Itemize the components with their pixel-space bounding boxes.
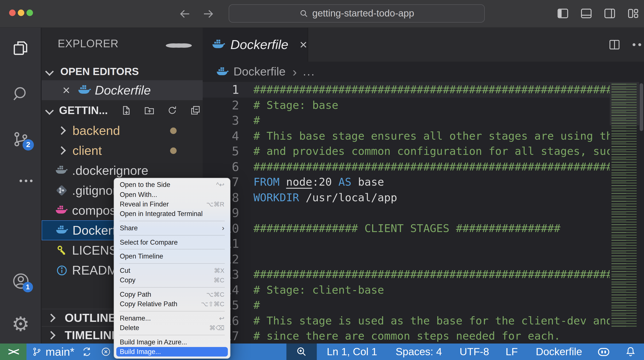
- menu-item-reveal-in-finder[interactable]: Reveal in Finder⌥⌘R: [114, 200, 230, 209]
- code-line[interactable]: 5# and provides common configuration for…: [203, 144, 610, 159]
- menu-separator: [119, 235, 225, 235]
- minimap[interactable]: [610, 82, 639, 344]
- menu-item-copy-relative-path[interactable]: Copy Relative Path⌥⇧⌘C: [114, 299, 230, 309]
- code-line[interactable]: 8WORKDIR /usr/local/app: [203, 190, 610, 205]
- chevron-down-icon: [45, 106, 54, 115]
- title-bar: getting-started-todo-app: [0, 0, 644, 28]
- code-line[interactable]: 15#: [203, 298, 610, 313]
- tree-item-dockerignore[interactable]: .dockerignore: [42, 160, 203, 180]
- code-line[interactable]: 16# This stage is used as the base for t…: [203, 313, 610, 328]
- customize-layout-button[interactable]: [626, 6, 640, 20]
- menu-item-build-image-in-azure[interactable]: Build Image in Azure...: [114, 337, 230, 347]
- toggle-secondary-sidebar-button[interactable]: [603, 6, 617, 20]
- code-line[interactable]: 1#######################################…: [203, 82, 610, 97]
- open-editors-label: OPEN EDITORS: [60, 65, 139, 78]
- remote-icon: ><: [8, 346, 18, 358]
- tab-dockerfile[interactable]: Dockerfile ×: [203, 28, 308, 62]
- menu-item-cut[interactable]: Cut⌘X: [114, 266, 230, 275]
- minimize-window-button[interactable]: [18, 9, 24, 16]
- sidebar-item-explorer[interactable]: [0, 35, 41, 61]
- copilot-status-item[interactable]: [597, 344, 610, 360]
- cursor-position-item[interactable]: Ln 1, Col 1: [327, 344, 377, 360]
- docker-compose-file-icon: [55, 205, 68, 216]
- file-name: .dockerignore: [72, 163, 148, 178]
- code-line[interactable]: 13######################################…: [203, 267, 610, 282]
- menu-item-copy-path[interactable]: Copy Path⌥⌘C: [114, 290, 230, 299]
- encoding-item[interactable]: UTF-8: [460, 344, 489, 360]
- modified-indicator: [170, 127, 176, 134]
- code-line[interactable]: 14# Stage: client-base: [203, 282, 610, 298]
- command-center-search[interactable]: getting-started-todo-app: [229, 4, 485, 22]
- close-editor-icon[interactable]: ×: [62, 84, 70, 97]
- breadcrumb[interactable]: Dockerfile › ...: [203, 62, 644, 82]
- more-actions-icon[interactable]: [632, 43, 635, 46]
- problems-status-item[interactable]: [101, 344, 111, 360]
- code-line[interactable]: 4# This base stage ensures all other sta…: [203, 128, 610, 144]
- zoom-window-button[interactable]: [26, 9, 33, 16]
- code-line[interactable]: 17# since there are common steps needed …: [203, 328, 610, 344]
- zoom-status-item[interactable]: [286, 344, 317, 360]
- menu-item-copy[interactable]: Copy⌘C: [114, 275, 230, 285]
- editor-scrollbar-thumb[interactable]: [640, 83, 643, 131]
- breadcrumb-file[interactable]: Dockerfile: [234, 65, 286, 78]
- sidebar-item-source-control[interactable]: 2: [0, 126, 41, 152]
- split-editor-icon[interactable]: [608, 39, 620, 51]
- menu-separator: [119, 221, 225, 221]
- menu-item-share[interactable]: Share›: [114, 223, 230, 233]
- project-section-header[interactable]: GETTIN...: [42, 100, 203, 121]
- open-editor-item-dockerfile[interactable]: × Dockerfile: [42, 80, 203, 100]
- tab-bar: Dockerfile ×: [203, 28, 644, 62]
- code-line[interactable]: 3#: [203, 113, 610, 128]
- line-number: 2: [203, 98, 239, 112]
- close-tab-icon[interactable]: ×: [300, 38, 307, 51]
- code-line[interactable]: 12: [203, 251, 610, 267]
- collapse-folders-icon[interactable]: [190, 104, 200, 116]
- menu-item-open-timeline[interactable]: Open Timeline: [114, 252, 230, 261]
- menu-item-open-to-the-side[interactable]: Open to the Side^↩: [114, 180, 230, 190]
- code-line[interactable]: 2# Stage: base: [203, 97, 610, 113]
- git-file-icon: [55, 185, 68, 196]
- navigate-forward-button[interactable]: [200, 6, 216, 22]
- breadcrumb-more[interactable]: ...: [303, 65, 315, 78]
- sidebar-item-more[interactable]: [0, 168, 41, 194]
- tree-item-backend[interactable]: backend: [42, 121, 203, 141]
- new-file-icon[interactable]: [121, 104, 131, 116]
- menu-item-rename[interactable]: Rename...↩: [114, 313, 230, 323]
- toggle-primary-sidebar-button[interactable]: [556, 6, 570, 20]
- menu-item-open-in-integrated-terminal[interactable]: Open in Integrated Terminal: [114, 209, 230, 219]
- settings-button[interactable]: ⚙: [0, 311, 41, 337]
- branch-status-item[interactable]: main*: [32, 344, 92, 360]
- menu-separator: [119, 249, 225, 250]
- breadcrumb-separator: ›: [292, 64, 297, 79]
- indentation-item[interactable]: Spaces: 4: [396, 344, 442, 360]
- menu-item-delete[interactable]: Delete⌘⌫: [114, 323, 230, 333]
- code-line[interactable]: 9: [203, 205, 610, 221]
- refresh-icon[interactable]: [167, 104, 178, 116]
- open-editors-section-header[interactable]: OPEN EDITORS: [42, 63, 203, 80]
- project-folder-label: GETTIN...: [59, 104, 108, 117]
- menu-item-select-for-compare[interactable]: Select for Compare: [114, 238, 230, 247]
- code-line[interactable]: 11: [203, 236, 610, 251]
- accounts-badge: 1: [22, 282, 33, 292]
- code-line[interactable]: 6#######################################…: [203, 159, 610, 174]
- language-mode-item[interactable]: Dockerfile: [536, 344, 582, 360]
- submenu-chevron-icon: ›: [222, 224, 224, 233]
- explorer-more-actions-icon[interactable]: [166, 43, 182, 48]
- toggle-panel-button[interactable]: [579, 6, 593, 20]
- new-folder-icon[interactable]: [144, 104, 154, 116]
- code-line[interactable]: 10################ CLIENT STAGES #######…: [203, 221, 610, 236]
- code-line[interactable]: 7FROM node:20 AS base: [203, 174, 610, 190]
- menu-item-open-with[interactable]: Open With...: [114, 190, 230, 200]
- navigate-back-button[interactable]: [177, 6, 193, 22]
- menu-item-build-image[interactable]: Build Image...: [116, 347, 228, 357]
- remote-indicator[interactable]: ><: [0, 344, 26, 360]
- notifications-item[interactable]: [625, 344, 636, 360]
- customize-layout-icon: [627, 7, 639, 19]
- eol-item[interactable]: LF: [506, 344, 518, 360]
- close-window-button[interactable]: [9, 9, 16, 16]
- line-number: 6: [203, 160, 239, 174]
- code-editor[interactable]: 1#######################################…: [203, 82, 610, 344]
- tree-item-client[interactable]: client: [42, 141, 203, 160]
- accounts-button[interactable]: 1: [0, 268, 41, 294]
- sidebar-item-search[interactable]: [0, 81, 41, 107]
